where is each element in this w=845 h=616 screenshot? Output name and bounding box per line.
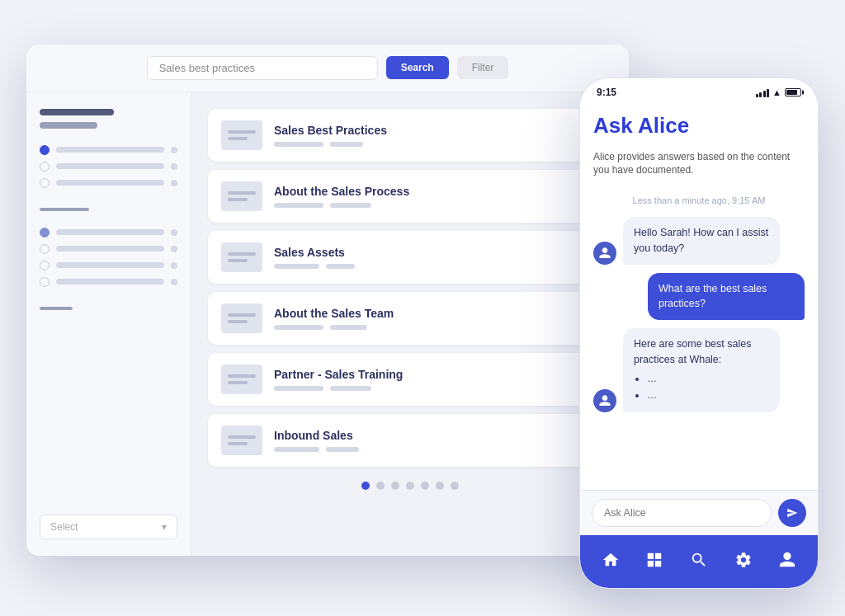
sidebar-dot-5 bbox=[171, 246, 177, 252]
sidebar-row-7 bbox=[40, 277, 177, 287]
page-dot-4[interactable] bbox=[406, 482, 414, 490]
status-bar: 9:15 ▲ bbox=[580, 78, 818, 101]
search-value: Sales best practices bbox=[159, 62, 255, 74]
nav-user-icon[interactable] bbox=[772, 545, 802, 575]
card-thumbnail-4 bbox=[221, 364, 262, 394]
page-dot-3[interactable] bbox=[391, 482, 399, 490]
sidebar: Select ▾ bbox=[26, 92, 191, 556]
card-meta-5 bbox=[274, 447, 599, 452]
signal-icon bbox=[756, 87, 770, 97]
card-meta-1 bbox=[274, 203, 599, 208]
sidebar-section-1 bbox=[40, 109, 177, 129]
card-thumbnail-2 bbox=[221, 242, 262, 272]
send-button[interactable] bbox=[778, 499, 806, 527]
meta-pill-5 bbox=[274, 264, 319, 269]
sidebar-row-6 bbox=[40, 261, 177, 270]
meta-pill-9 bbox=[274, 386, 323, 391]
meta-pill-10 bbox=[330, 386, 371, 391]
card-title-4: Partner - Sales Training bbox=[274, 368, 599, 381]
card-title-0: Sales Best Practices bbox=[274, 124, 599, 137]
bot-message-1-row: Hello Sarah! How can I assist you today? bbox=[593, 217, 805, 265]
sidebar-circle-active[interactable] bbox=[40, 145, 50, 155]
card-3[interactable]: About the Sales Team bbox=[208, 292, 612, 345]
card-title-3: About the Sales Team bbox=[274, 307, 599, 320]
bot-bubble-2: Here are some best sales practices at Wh… bbox=[623, 328, 780, 412]
card-meta-4 bbox=[274, 386, 599, 391]
user-bubble: What are the best sales practices? bbox=[648, 273, 805, 321]
sidebar-row-5 bbox=[40, 244, 177, 254]
card-meta-3 bbox=[274, 325, 599, 330]
nav-home-icon[interactable] bbox=[596, 545, 625, 575]
pagination bbox=[208, 482, 612, 490]
phone-nav bbox=[580, 535, 818, 588]
card-thumbnail-5 bbox=[221, 426, 262, 455]
chat-area: Ask Alice Alice provides answers based o… bbox=[580, 101, 818, 490]
card-title-1: About the Sales Process bbox=[274, 185, 599, 198]
desktop-window: Sales best practices Search Filter bbox=[26, 45, 629, 556]
meta-pill-2 bbox=[330, 142, 363, 147]
bot-avatar-1 bbox=[593, 242, 616, 265]
card-title-5: Inbound Sales bbox=[274, 429, 599, 442]
desktop-body: Select ▾ Sales Best Practices bbox=[26, 92, 629, 556]
card-info-0: Sales Best Practices bbox=[274, 124, 599, 147]
nav-settings-icon[interactable] bbox=[729, 545, 758, 575]
card-thumbnail-3 bbox=[221, 303, 262, 333]
filter-button[interactable]: Filter bbox=[457, 56, 509, 79]
sidebar-line-5 bbox=[56, 246, 164, 252]
sidebar-circle-5[interactable] bbox=[40, 244, 50, 254]
card-5[interactable]: Inbound Sales bbox=[208, 414, 612, 467]
sidebar-line-2 bbox=[56, 163, 164, 169]
sidebar-row-1 bbox=[40, 145, 177, 155]
sidebar-dropdown[interactable]: Select ▾ bbox=[40, 515, 177, 539]
bullet-2: … bbox=[647, 388, 769, 402]
page-dot-5[interactable] bbox=[421, 482, 429, 490]
status-icons: ▲ bbox=[756, 87, 801, 97]
sidebar-item-2[interactable] bbox=[40, 122, 97, 129]
search-bar[interactable]: Sales best practices bbox=[147, 56, 378, 80]
alice-input[interactable] bbox=[592, 499, 772, 527]
wifi-icon: ▲ bbox=[772, 87, 781, 97]
sidebar-circle-7[interactable] bbox=[40, 277, 50, 287]
phone-input-area bbox=[580, 490, 818, 535]
dropdown-placeholder: Select bbox=[50, 521, 78, 533]
sidebar-circle-6[interactable] bbox=[40, 261, 50, 270]
card-2[interactable]: Sales Assets bbox=[208, 231, 612, 284]
card-info-1: About the Sales Process bbox=[274, 185, 599, 208]
sidebar-dot-2 bbox=[171, 163, 177, 170]
sidebar-circle-2[interactable] bbox=[40, 162, 50, 172]
sidebar-row-3 bbox=[40, 178, 177, 188]
chat-timestamp: Less than a minute ago, 9:15 AM bbox=[593, 195, 805, 205]
sidebar-item-1[interactable] bbox=[40, 109, 114, 115]
sidebar-circle-3[interactable] bbox=[40, 178, 50, 188]
sidebar-row-4 bbox=[40, 228, 177, 237]
card-info-3: About the Sales Team bbox=[274, 307, 599, 330]
sidebar-bottom-label bbox=[40, 307, 73, 310]
card-thumbnail-1 bbox=[221, 181, 262, 211]
page-dot-2[interactable] bbox=[376, 482, 385, 490]
status-time: 9:15 bbox=[597, 87, 616, 98]
card-info-2: Sales Assets bbox=[274, 246, 599, 269]
card-0[interactable]: Sales Best Practices bbox=[208, 109, 612, 162]
nav-search-icon[interactable] bbox=[684, 545, 714, 575]
sidebar-line-4 bbox=[56, 229, 164, 235]
nav-grid-icon[interactable] bbox=[640, 545, 669, 575]
sidebar-line-1 bbox=[56, 147, 164, 153]
card-4[interactable]: Partner - Sales Training bbox=[208, 353, 612, 406]
search-button[interactable]: Search bbox=[386, 56, 449, 79]
card-1[interactable]: About the Sales Process bbox=[208, 170, 612, 223]
bot-bubble-2-list: … … bbox=[634, 371, 769, 402]
sidebar-circle-4[interactable] bbox=[40, 228, 50, 237]
page-dot-1[interactable] bbox=[361, 482, 370, 490]
main-content: Sales Best Practices About the Sales Pro… bbox=[191, 92, 629, 556]
page-dot-7[interactable] bbox=[451, 482, 459, 490]
card-meta-2 bbox=[274, 264, 599, 269]
meta-pill-8 bbox=[330, 325, 367, 330]
sidebar-row-2 bbox=[40, 162, 177, 172]
chevron-down-icon: ▾ bbox=[162, 521, 167, 533]
page-dot-6[interactable] bbox=[436, 482, 444, 490]
sidebar-section-3 bbox=[40, 228, 177, 287]
sidebar-line-7 bbox=[56, 279, 164, 284]
meta-pill-4 bbox=[330, 203, 371, 208]
sidebar-dot-4 bbox=[171, 229, 177, 236]
bot-message-2-row: Here are some best sales practices at Wh… bbox=[593, 328, 805, 412]
